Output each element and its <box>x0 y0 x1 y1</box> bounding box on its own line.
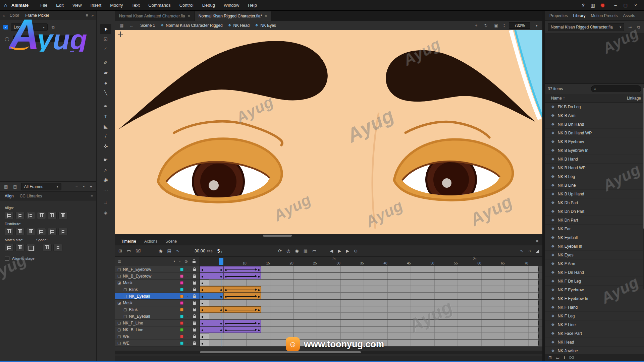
tab-cc-libraries[interactable]: CC Libraries <box>17 194 45 198</box>
delete-item-icon[interactable]: ⌧ <box>569 355 574 360</box>
panel-divider[interactable] <box>542 11 545 361</box>
selection-tool[interactable]: ➤ <box>100 24 111 34</box>
column-name[interactable]: Name ↑ <box>551 96 565 101</box>
scrollbar-thumb[interactable] <box>263 235 292 237</box>
library-item[interactable]: ❖ NK F Dn Leg <box>545 277 644 286</box>
layer-name-cell[interactable]: ▢ Blink · <box>115 286 200 293</box>
pin-library-icon[interactable]: ⊸ <box>627 25 633 29</box>
zoom-in-icon[interactable]: + <box>89 184 94 189</box>
paint-bucket-tool[interactable]: ◣ <box>100 121 111 131</box>
breadcrumb-item[interactable]: Scene 1 <box>138 23 155 28</box>
layer-lock-icon[interactable] <box>193 343 196 345</box>
match-height[interactable] <box>15 244 24 251</box>
layer-name-cell[interactable]: ◪ Mask · <box>115 280 200 286</box>
panel-menu-icon[interactable]: ≡ <box>84 13 89 18</box>
layer-highlight-dot[interactable]: · <box>185 281 190 285</box>
library-item[interactable]: ❖ NK B Eyebrow <box>545 137 644 146</box>
layer-lock-icon[interactable] <box>193 309 196 311</box>
onion-skin-icon[interactable]: ◎ <box>286 248 290 253</box>
layer-frame-track[interactable] <box>200 273 542 280</box>
right-panel-tab[interactable]: Assets <box>621 13 637 18</box>
distribute-horizontal-center[interactable] <box>48 228 57 235</box>
tab-align[interactable]: Align <box>2 194 16 198</box>
layer-lock-icon[interactable] <box>193 289 196 291</box>
frame-ruler[interactable]: 510152025303540455055606570 1s2s <box>200 257 542 266</box>
match-width-height[interactable] <box>26 244 35 251</box>
fps-display[interactable]: 30.00 FPS <box>195 248 213 253</box>
timeline-layer-row[interactable]: ▢ NK_Eyeball · <box>115 313 542 320</box>
new-folder-icon[interactable]: ▭ <box>556 355 559 360</box>
maximize-button[interactable]: ▢ <box>621 0 631 11</box>
snap-objects-icon[interactable]: ◈ <box>104 210 108 216</box>
collapse-left-icon[interactable]: « <box>1 13 6 18</box>
breadcrumb-item[interactable]: ❖ NK Head <box>228 23 250 28</box>
layer-frame-track[interactable] <box>200 313 542 320</box>
menu-item[interactable]: Control <box>175 0 198 11</box>
timeline-tab[interactable]: Scene <box>162 239 180 244</box>
frame-picker-field-2[interactable] <box>59 36 76 42</box>
library-item[interactable]: ❖ NK Dn Dh Part <box>545 207 644 216</box>
close-button[interactable]: × <box>631 0 641 11</box>
layer-highlight-dot[interactable]: · <box>185 267 190 272</box>
zoom-out-icon[interactable]: − <box>74 184 79 189</box>
camera-icon[interactable]: ◉ <box>159 248 162 253</box>
playhead-handle[interactable] <box>219 258 223 265</box>
layer-name-cell[interactable]: ◪ Mask · <box>115 300 200 306</box>
layer-name-cell[interactable]: ▢ NK_Eyeball · <box>115 313 200 320</box>
library-item[interactable]: ❖ NK F Eyebrow <box>545 286 644 294</box>
layer-highlight-dot[interactable]: · <box>185 301 190 305</box>
layer-frame-track[interactable] <box>200 320 542 326</box>
layer-highlight-dot[interactable]: · <box>185 341 190 345</box>
menu-item[interactable]: View <box>68 0 86 11</box>
eyedropper-tool[interactable]: ⧸ <box>100 131 111 141</box>
timeline-tab[interactable]: Timeline <box>118 239 140 244</box>
layer-frame-track[interactable] <box>200 293 542 300</box>
panel-menu-icon[interactable]: ≡ <box>535 239 540 244</box>
library-search-input[interactable]: ⌕ <box>591 85 641 92</box>
marker-range-icon[interactable]: ▭ <box>312 248 316 253</box>
align-right-edge[interactable] <box>26 212 35 219</box>
loop-playback-icon[interactable]: ⟳ <box>278 248 282 253</box>
layer-highlight-dot[interactable]: · <box>185 274 190 278</box>
layer-name-cell[interactable]: ▢ WE · <box>115 340 200 347</box>
record-dot-icon[interactable] <box>600 3 605 8</box>
library-item[interactable]: ❖ NK B Dn Hand WP <box>545 129 644 137</box>
timeline-layer-row[interactable]: ◪ Mask · <box>115 280 542 286</box>
asset-warp-tool[interactable]: ✜ <box>100 141 111 152</box>
advanced-layers-icon[interactable]: ▤ <box>167 248 171 253</box>
layer-lock-icon[interactable] <box>193 296 196 298</box>
share-icon[interactable]: ⇪ <box>581 3 585 8</box>
timeline-layer-row[interactable]: ▢ Blink · <box>115 306 542 313</box>
match-width[interactable] <box>5 244 14 251</box>
library-item[interactable]: ❖ NK B Arm <box>545 111 644 120</box>
center-playhead-icon[interactable]: ⊙ <box>354 248 358 253</box>
library-item[interactable]: ❖ NK F Leg <box>545 312 644 320</box>
camera-tool[interactable]: ◉ <box>100 175 111 185</box>
highlight-dot-icon[interactable]: • <box>173 259 175 264</box>
align-to-stage-checkbox[interactable] <box>5 256 9 261</box>
library-item[interactable]: ❖ NK B Eyebrow In <box>545 146 644 155</box>
zoom-tool[interactable]: ⌕ <box>100 165 111 175</box>
layer-highlight-dot[interactable]: · <box>185 294 190 298</box>
library-item[interactable]: ❖ NK Jowline <box>545 347 644 354</box>
collapse-right-icon[interactable]: » <box>90 13 95 18</box>
layer-highlight-dot[interactable]: · <box>185 314 190 318</box>
line-tool[interactable]: ╲ <box>100 88 111 98</box>
layer-highlight-dot[interactable]: · <box>185 288 190 292</box>
right-panel-tab[interactable]: Properties <box>547 13 570 18</box>
library-item[interactable]: ❖ NK Dh Part <box>545 198 644 207</box>
snap-grid-icon[interactable]: ⌗ <box>104 200 107 205</box>
library-item[interactable]: ❖ NK Eyes <box>545 251 644 259</box>
layer-name-cell[interactable]: ▢ WE · <box>115 333 200 340</box>
scrollbar-thumb[interactable] <box>200 351 361 353</box>
layer-highlight-dot[interactable]: · <box>185 328 190 332</box>
library-item[interactable]: ❖ NK B Hand WP <box>545 164 644 172</box>
layer-lock-icon[interactable] <box>193 322 196 325</box>
lock-all-icon[interactable] <box>193 261 196 263</box>
grid-view-icon[interactable]: ▦ <box>3 184 9 189</box>
zoom-dropdown-icon[interactable]: ▾ <box>534 23 539 28</box>
breadcrumb-item[interactable]: ❖ Normal Kisan Character Rigged <box>160 23 222 28</box>
close-tab-icon[interactable]: × <box>265 14 267 18</box>
distribute-bottom[interactable] <box>26 228 35 235</box>
timeline-scrollbar[interactable] <box>115 351 542 354</box>
